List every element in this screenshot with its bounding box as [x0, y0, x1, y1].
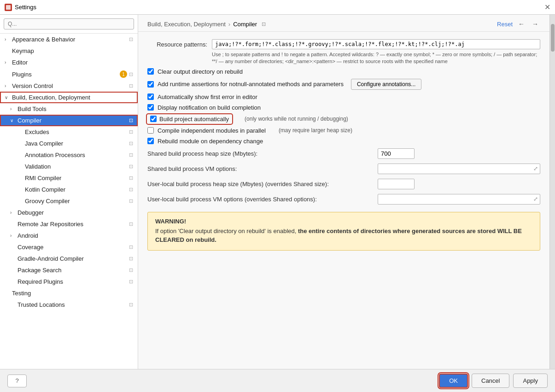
right-scrollbar[interactable]	[549, 15, 555, 369]
page-icon: ⊡	[129, 267, 133, 273]
sidebar-item-gradle-android[interactable]: Gradle-Android Compiler ⊡	[0, 253, 138, 264]
sidebar-item-groovy-compiler[interactable]: Groovy Compiler ⊡	[0, 195, 138, 207]
sidebar-item-android[interactable]: › Android	[0, 230, 138, 241]
sidebar-item-appearance[interactable]: › Appearance & Behavior ⊡	[0, 34, 138, 45]
resource-patterns-input[interactable]	[212, 39, 540, 49]
page-icon: ⊡	[129, 83, 133, 89]
display-notification-row: Display notification on build completion	[147, 104, 540, 111]
sidebar-item-version-control[interactable]: › Version Control ⊡	[0, 80, 138, 92]
help-button[interactable]: ?	[7, 374, 27, 387]
shared-heap-label: Shared build process heap size (Mbytes):	[147, 150, 373, 157]
sidebar-item-trusted-locations[interactable]: Trusted Locations ⊡	[0, 299, 138, 310]
sidebar: › Appearance & Behavior ⊡ Keymap › Edito…	[0, 15, 138, 369]
arrow-icon: ›	[5, 83, 9, 88]
build-auto-label: Build project automatically	[159, 116, 229, 123]
page-icon: ⊡	[129, 71, 133, 77]
shared-heap-input[interactable]	[378, 148, 415, 159]
sidebar-item-editor[interactable]: › Editor	[0, 57, 138, 68]
sidebar-item-rmi-compiler[interactable]: RMI Compiler ⊡	[0, 172, 138, 184]
search-input[interactable]	[4, 18, 134, 29]
footer: ? OK Cancel Apply	[0, 369, 555, 392]
close-button[interactable]: ✕	[544, 4, 550, 11]
compile-parallel-note: (may require larger heap size)	[279, 127, 352, 134]
shared-vm-input[interactable]	[378, 164, 532, 174]
sidebar-item-label: Build, Execution, Deployment	[12, 94, 133, 101]
user-vm-expand-button[interactable]: ⤢	[532, 195, 540, 203]
sidebar-item-testing[interactable]: Testing	[0, 287, 138, 299]
arrow-icon: ∨	[10, 118, 15, 123]
shared-vm-expand-button[interactable]: ⤢	[532, 164, 540, 173]
back-button[interactable]: ←	[516, 19, 526, 29]
scrollbar-thumb[interactable]	[551, 24, 555, 52]
page-icon: ⊡	[129, 117, 133, 123]
sidebar-item-build-exec-deploy[interactable]: ∨ Build, Execution, Deployment	[0, 92, 138, 103]
auto-show-error-checkbox[interactable]	[147, 94, 154, 100]
sidebar-item-required-plugins[interactable]: Required Plugins ⊡	[0, 276, 138, 287]
sidebar-item-compiler[interactable]: ∨ Compiler ⊡	[0, 115, 138, 126]
warning-quote: 'Clear output directory on rebuild'	[178, 228, 266, 234]
sidebar-item-validation[interactable]: Validation ⊡	[0, 161, 138, 172]
user-heap-row: User-local build process heap size (Mbyt…	[147, 179, 540, 189]
sidebar-item-debugger[interactable]: › Debugger	[0, 207, 138, 218]
sidebar-item-remote-jar[interactable]: Remote Jar Repositories ⊡	[0, 218, 138, 230]
forward-button[interactable]: →	[530, 19, 540, 29]
user-heap-input[interactable]	[378, 179, 415, 189]
sidebar-item-label: Compiler	[18, 117, 127, 124]
page-icon: ⊡	[129, 244, 133, 250]
content-scroll: Resource patterns: Use ; to separate pat…	[138, 32, 549, 369]
sidebar-item-package-search[interactable]: Package Search ⊡	[0, 264, 138, 276]
display-notification-checkbox[interactable]	[147, 104, 154, 111]
arrow-icon: ›	[10, 233, 15, 238]
rebuild-module-row: Rebuild module on dependency change	[147, 138, 540, 145]
header-actions: Reset ← →	[497, 19, 540, 29]
clear-output-checkbox[interactable]	[147, 68, 154, 75]
sidebar-item-coverage[interactable]: Coverage ⊡	[0, 241, 138, 253]
sidebar-item-label: Plugins	[12, 71, 116, 78]
plugins-badge: 1	[120, 70, 127, 78]
compile-parallel-checkbox[interactable]	[147, 127, 154, 134]
page-icon: ⊡	[129, 140, 133, 146]
cancel-button[interactable]: Cancel	[472, 374, 509, 388]
user-vm-input[interactable]	[378, 194, 532, 204]
sidebar-item-label: Package Search	[18, 267, 127, 274]
sidebar-item-label: Excludes	[25, 129, 127, 135]
apply-button[interactable]: Apply	[513, 374, 548, 388]
sidebar-item-keymap[interactable]: Keymap	[0, 45, 138, 57]
sidebar-item-label: Kotlin Compiler	[25, 186, 127, 193]
build-auto-row: Build project automatically (only works …	[147, 115, 540, 123]
rebuild-module-checkbox[interactable]	[147, 138, 154, 144]
reset-button[interactable]: Reset	[497, 21, 513, 28]
compile-parallel-row: Compile independent modules in parallel …	[147, 127, 540, 134]
shared-vm-input-wrap: ⤢	[378, 164, 540, 174]
resource-patterns-hint: Use ; to separate patterns and ! to nega…	[212, 51, 540, 65]
sidebar-item-excludes[interactable]: Excludes ⊡	[0, 126, 138, 138]
ok-button[interactable]: OK	[439, 374, 468, 388]
page-icon: ⊡	[129, 198, 133, 204]
sidebar-item-kotlin-compiler[interactable]: Kotlin Compiler ⊡	[0, 184, 138, 195]
build-auto-highlight: Build project automatically	[147, 115, 232, 123]
sidebar-item-label: Debugger	[18, 209, 133, 216]
sidebar-item-label: Required Plugins	[18, 278, 127, 285]
title-bar: Settings ✕	[0, 0, 555, 15]
sidebar-item-label: Remote Jar Repositories	[18, 221, 127, 228]
auto-show-error-label: Automatically show first error in editor	[158, 94, 257, 100]
window-title: Settings	[15, 4, 36, 11]
arrow-icon: ∨	[5, 95, 9, 100]
add-runtime-checkbox[interactable]	[147, 81, 154, 88]
sidebar-item-label: Validation	[25, 163, 127, 170]
build-auto-checkbox[interactable]	[150, 116, 157, 122]
sidebar-item-java-compiler[interactable]: Java Compiler ⊡	[0, 138, 138, 149]
rebuild-module-label: Rebuild module on dependency change	[158, 138, 263, 145]
configure-annotations-button[interactable]: Configure annotations...	[351, 79, 421, 90]
breadcrumb: Build, Execution, Deployment › Compiler …	[147, 21, 266, 28]
page-icon: ⊡	[129, 129, 133, 135]
auto-show-error-row: Automatically show first error in editor	[147, 94, 540, 100]
breadcrumb-separator: ›	[228, 21, 230, 28]
breadcrumb-part1: Build, Execution, Deployment	[147, 21, 226, 28]
sidebar-item-build-tools[interactable]: › Build Tools	[0, 103, 138, 115]
page-icon: ⊡	[129, 164, 133, 170]
sidebar-item-plugins[interactable]: Plugins 1 ⊡	[0, 68, 138, 80]
sidebar-item-annotation-processors[interactable]: Annotation Processors ⊡	[0, 149, 138, 161]
sidebar-item-label: Java Compiler	[25, 140, 127, 147]
shared-heap-row: Shared build process heap size (Mbytes):	[147, 148, 540, 159]
